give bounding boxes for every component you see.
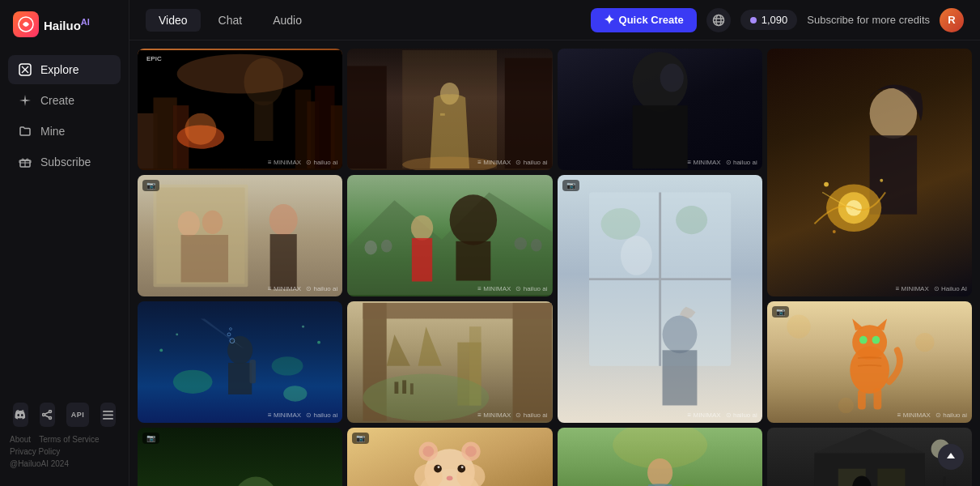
svg-point-72 [272, 356, 303, 375]
copyright-text: @HailuoAI 2024 [10, 459, 69, 468]
tab-video[interactable]: Video [146, 9, 201, 32]
svg-point-62 [531, 239, 542, 252]
gallery-item[interactable]: 📷 [347, 428, 552, 486]
gallery-item[interactable]: 📷 ≡ MINIMAX⊙ hailuo ai [558, 175, 762, 423]
gallery-grid: EPIC ≡ MINIMAX⊙ hailuo ai [138, 49, 972, 486]
svg-point-30 [177, 54, 303, 94]
sidebar: HailuoAI Explore Create [0, 0, 129, 486]
logo-area[interactable]: HailuoAI [0, 0, 129, 50]
discord-button[interactable] [13, 403, 28, 427]
item-watermark: ≡ MINIMAX⊙ hailuo ai [688, 159, 757, 166]
svg-point-53 [269, 204, 298, 236]
svg-point-50 [178, 211, 200, 237]
svg-rect-33 [347, 66, 387, 168]
item-watermark: ≡ MINIMAX⊙ Hailuo AI [896, 285, 967, 292]
svg-point-71 [173, 370, 213, 394]
subscribe-link[interactable]: Subscribe for more credits [807, 14, 930, 26]
about-link[interactable]: About [10, 435, 31, 444]
gallery-item[interactable]: 📷 ≡ MINIMAX⊙ hailuo ai [138, 175, 342, 296]
svg-point-99 [872, 336, 880, 344]
quick-create-button[interactable]: ✦ Quick Create [591, 8, 697, 32]
item-badge: 📷 [142, 433, 159, 444]
compass-icon [18, 62, 32, 77]
gallery-item[interactable]: ≡ MINIMAX⊙ hailuo ai [347, 175, 552, 296]
item-watermark: ≡ MINIMAX⊙ hailuo ai [688, 411, 757, 419]
item-watermark: ≡ MINIMAX⊙ hailuo ai [268, 285, 337, 292]
credits-badge: 1,090 [740, 10, 798, 30]
svg-point-125 [461, 466, 464, 468]
item-badge: 📷 [562, 180, 579, 191]
nav-tabs: Video Chat Audio [146, 9, 315, 32]
tab-audio[interactable]: Audio [260, 9, 315, 32]
svg-rect-79 [228, 363, 252, 394]
scroll-to-top-button[interactable] [938, 444, 964, 470]
footer-icon-row: API [10, 403, 119, 427]
svg-rect-52 [181, 235, 228, 282]
svg-point-46 [880, 179, 883, 182]
svg-point-75 [176, 333, 178, 335]
svg-rect-91 [402, 380, 406, 394]
svg-rect-92 [410, 383, 414, 394]
svg-rect-70 [662, 350, 697, 405]
svg-rect-56 [456, 241, 491, 281]
tab-chat[interactable]: Chat [206, 9, 256, 32]
privacy-link[interactable]: Privacy Policy [10, 447, 60, 456]
gallery-item[interactable]: ≡ MINIMAX⊙ hailuo ai [138, 301, 342, 423]
svg-line-9 [45, 411, 49, 413]
svg-rect-38 [632, 105, 687, 168]
svg-point-51 [202, 211, 223, 234]
sidebar-item-mine[interactable]: Mine [8, 117, 121, 146]
svg-rect-144 [877, 469, 905, 486]
svg-point-93 [787, 315, 810, 339]
gallery-item[interactable] [558, 428, 762, 486]
svg-point-122 [434, 465, 442, 473]
gift-icon [18, 155, 32, 169]
folder-icon [18, 124, 32, 139]
item-watermark: ≡ MINIMAX⊙ hailuo ai [268, 411, 337, 419]
svg-point-83 [229, 328, 231, 330]
svg-point-45 [824, 182, 829, 187]
gallery-container[interactable]: EPIC ≡ MINIMAX⊙ hailuo ai [129, 40, 980, 486]
svg-rect-58 [412, 238, 432, 282]
api-button[interactable]: API [66, 403, 90, 427]
share-button[interactable] [40, 403, 55, 427]
sidebar-item-create[interactable]: Create [8, 86, 121, 115]
svg-point-57 [411, 215, 433, 241]
svg-rect-11 [103, 411, 113, 412]
sidebar-item-create-label: Create [40, 94, 74, 107]
svg-rect-80 [249, 360, 256, 383]
svg-point-8 [42, 413, 45, 416]
svg-rect-25 [254, 101, 273, 141]
svg-point-14 [713, 15, 723, 25]
svg-rect-101 [873, 388, 881, 409]
user-avatar[interactable]: R [940, 8, 964, 32]
gallery-item[interactable]: 📷 ≡ MINIMAX⊙ Hailuo AI [138, 428, 342, 486]
sidebar-item-subscribe[interactable]: Subscribe [8, 147, 121, 177]
item-badge: 📷 [772, 306, 789, 318]
svg-point-82 [227, 333, 231, 336]
svg-point-74 [159, 348, 163, 352]
gallery-item[interactable]: EPIC ≡ MINIMAX⊙ hailuo ai [138, 49, 342, 170]
terms-link[interactable]: Terms of Service [39, 435, 99, 444]
gallery-item[interactable]: ≡ MINIMAX⊙ hailuo ai [558, 49, 762, 170]
svg-point-124 [438, 466, 440, 468]
item-watermark: ≡ MINIMAX⊙ hailuo ai [897, 411, 967, 419]
svg-point-15 [716, 15, 721, 25]
svg-point-73 [283, 386, 307, 401]
svg-point-39 [660, 64, 683, 92]
brand-name: HailuoAI [44, 17, 90, 32]
gallery-item[interactable]: ≡ MINIMAX⊙ Hailuo AI [767, 49, 972, 296]
svg-point-123 [458, 465, 466, 473]
item-badge: 📷 [352, 433, 369, 444]
globe-button[interactable] [706, 8, 731, 32]
sidebar-item-explore[interactable]: Explore [8, 55, 121, 84]
svg-point-95 [838, 398, 853, 413]
gallery-item[interactable]: ≡ MINIMAX⊙ hailuo ai [347, 301, 552, 423]
topbar-right: ✦ Quick Create 1,090 Subscribe for more … [591, 8, 964, 32]
svg-point-23 [185, 113, 216, 145]
svg-rect-12 [103, 414, 113, 416]
credits-dot [750, 17, 757, 23]
menu-button[interactable] [100, 403, 116, 427]
gallery-item[interactable]: ≡ MINIMAX⊙ hailuo ai [347, 49, 552, 170]
gallery-item[interactable]: 📷 ≡ MINIMAX⊙ hailuo ai [767, 301, 972, 423]
